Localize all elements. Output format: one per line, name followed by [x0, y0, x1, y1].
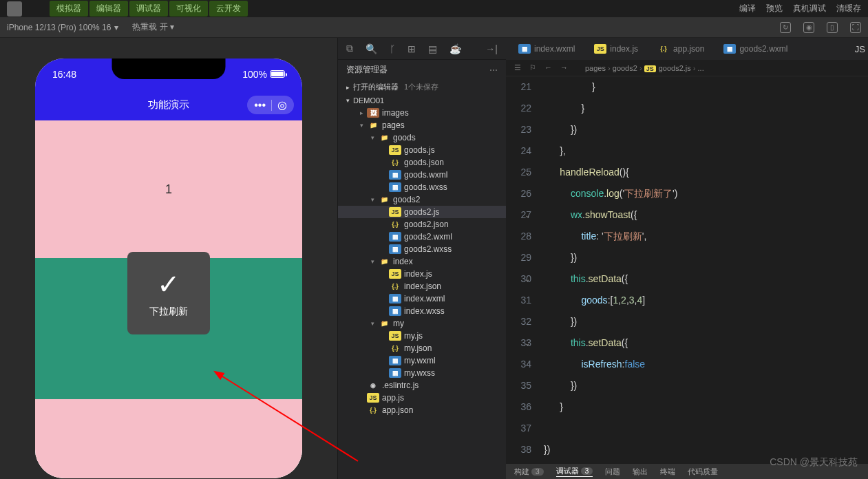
device-icon[interactable]: ▯ [827, 22, 838, 33]
line-gutter: 2122232425⌄2627⌄282930⌄313233⌄3435363738 [506, 76, 544, 479]
file-index.wxss[interactable]: ▦index.wxss [338, 305, 506, 317]
main: 16:48 100% 功能演示 ••• ◎ 1 ✓ [0, 38, 868, 479]
breadcrumb-goods2[interactable]: goods2 [613, 64, 644, 72]
file-goods.json[interactable]: {.}goods.json [338, 156, 506, 169]
phone-frame: 16:48 100% 功能演示 ••• ◎ 1 ✓ [35, 58, 302, 478]
top-tab-云开发[interactable]: 云开发 [209, 1, 248, 17]
forward-icon[interactable]: → [560, 63, 568, 72]
list-item[interactable] [35, 399, 302, 478]
file-.eslintrc.js[interactable]: ◉.eslintrc.js [338, 379, 506, 392]
breadcrumb-...[interactable]: ... [698, 64, 704, 72]
tab-index.wxml[interactable]: ▦index.wxml [509, 40, 584, 58]
list-icon[interactable]: ☰ [514, 63, 521, 72]
file-goods2.js[interactable]: JSgoods2.js [338, 206, 506, 218]
action-预览[interactable]: 预览 [766, 3, 783, 14]
fold-icon[interactable]: ⌄ [525, 268, 530, 290]
project-section[interactable]: DEMO01 [338, 94, 506, 107]
line-number: 28 [506, 226, 531, 247]
top-tab-编辑器[interactable]: 编辑器 [89, 1, 128, 17]
extension-icon[interactable]: ⊞ [407, 43, 416, 54]
quality-tab[interactable]: 代码质量 [688, 467, 718, 477]
code-editor[interactable]: 2122232425⌄2627⌄282930⌄313233⌄3435363738… [506, 76, 868, 479]
file-app.json[interactable]: {.}app.json [338, 404, 506, 416]
bookmark-icon[interactable]: ▤ [428, 43, 437, 54]
file-app.js[interactable]: JSapp.js [338, 392, 506, 404]
line-number: 31 [506, 290, 531, 311]
line-number: 22 [506, 98, 531, 119]
output-tab[interactable]: 输出 [633, 467, 648, 477]
line-number: 37 [506, 418, 531, 439]
debugger-tab[interactable]: 调试器 3 [556, 466, 593, 477]
action-清缓存[interactable]: 清缓存 [836, 3, 861, 14]
tab-app.json[interactable]: {.}app.json [648, 40, 714, 58]
file-goods.js[interactable]: JSgoods.js [338, 144, 506, 156]
folder-my[interactable]: ▾📁my [338, 317, 506, 330]
top-tab-调试器[interactable]: 调试器 [129, 1, 168, 17]
explorer-title: 资源管理器 [346, 64, 388, 76]
explorer-toolbar: ⧉ 🔍 ᚴ ⊞ ▤ ☕ →| [338, 38, 506, 60]
line-number: 34 [506, 354, 531, 375]
refresh-icon[interactable]: ↻ [780, 22, 791, 33]
overflow-tab-icon[interactable]: JS [855, 44, 865, 54]
back-icon[interactable]: ← [544, 63, 552, 72]
more-icon[interactable]: ••• [254, 99, 266, 111]
hot-reload-toggle[interactable]: 热重载 开 [132, 21, 173, 33]
fold-icon[interactable]: ⌄ [525, 162, 530, 183]
search-icon[interactable]: 🔍 [366, 43, 377, 54]
files-icon[interactable]: ⧉ [346, 43, 353, 54]
open-editors-section[interactable]: 打开的编辑器 1个未保存 [338, 80, 506, 94]
record-icon[interactable]: ◉ [803, 22, 814, 33]
collapse-icon[interactable]: →| [485, 43, 498, 54]
action-编译[interactable]: 编译 [739, 3, 756, 14]
folder-images[interactable]: ▸🖼images [338, 107, 506, 119]
file-goods.wxss[interactable]: ▦goods.wxss [338, 181, 506, 193]
line-number: 21 [506, 76, 531, 98]
file-my.wxss[interactable]: ▦my.wxss [338, 367, 506, 379]
top-tabs: 模拟器编辑器调试器可视化云开发 [50, 1, 248, 17]
breadcrumb-pages[interactable]: pages [585, 64, 613, 72]
list-item[interactable]: 1 [35, 120, 302, 258]
cup-icon[interactable]: ☕ [449, 43, 461, 54]
fold-icon[interactable]: ⌄ [525, 332, 530, 354]
close-icon[interactable]: ◎ [277, 98, 287, 111]
terminal-tab[interactable]: 终端 [660, 467, 675, 477]
fold-icon[interactable]: ⌄ [525, 204, 530, 226]
file-goods.wxml[interactable]: ▦goods.wxml [338, 169, 506, 181]
folder-index[interactable]: ▾📁index [338, 255, 506, 268]
breadcrumb-goods2.js[interactable]: goods2.js [644, 64, 698, 72]
file-my.wxml[interactable]: ▦my.wxml [338, 354, 506, 367]
build-tab[interactable]: 构建 3 [514, 467, 544, 477]
tab-goods2.wxml[interactable]: ▦goods2.wxml [714, 40, 797, 58]
file-index.wxml[interactable]: ▦index.wxml [338, 292, 506, 305]
sim-icons: ↻ ◉ ▯ ⛶ [780, 22, 861, 33]
file-goods2.wxml[interactable]: ▦goods2.wxml [338, 231, 506, 243]
avatar[interactable] [7, 1, 22, 17]
more-menu-icon[interactable]: ⋯ [489, 65, 498, 75]
second-bar: iPhone 12/13 (Pro) 100% 16 热重载 开 ↻ ◉ ▯ ⛶ [0, 17, 868, 38]
check-icon: ✓ [157, 268, 180, 300]
device-select[interactable]: iPhone 12/13 (Pro) 100% 16 [7, 23, 118, 32]
file-goods2.wxss[interactable]: ▦goods2.wxss [338, 243, 506, 255]
top-tab-可视化[interactable]: 可视化 [169, 1, 208, 17]
tab-index.js[interactable]: JSindex.js [584, 40, 648, 58]
phone-battery: 100% [242, 69, 285, 80]
folder-pages[interactable]: ▾📁pages [338, 119, 506, 131]
line-number: 27⌄ [506, 204, 531, 226]
action-真机调试[interactable]: 真机调试 [793, 3, 826, 14]
line-number: 29 [506, 247, 531, 268]
phone-capsule[interactable]: ••• ◎ [247, 96, 294, 114]
expand-icon[interactable]: ⛶ [850, 22, 861, 33]
file-index.js[interactable]: JSindex.js [338, 268, 506, 280]
top-tab-模拟器[interactable]: 模拟器 [50, 1, 88, 17]
file-index.json[interactable]: {.}index.json [338, 280, 506, 292]
bookmark-icon[interactable]: ⚐ [529, 63, 536, 72]
branch-icon[interactable]: ᚴ [390, 43, 395, 54]
folder-goods[interactable]: ▾📁goods [338, 131, 506, 144]
file-goods2.json[interactable]: {.}goods2.json [338, 218, 506, 231]
file-my.json[interactable]: {.}my.json [338, 342, 506, 354]
problems-tab[interactable]: 问题 [605, 467, 620, 477]
file-my.js[interactable]: JSmy.js [338, 330, 506, 342]
toast-text: 下拉刷新 [149, 306, 188, 318]
code-content[interactable]: } } }) }, handleReload(){ console.log('下… [544, 76, 868, 479]
folder-goods2[interactable]: ▾📁goods2 [338, 193, 506, 206]
